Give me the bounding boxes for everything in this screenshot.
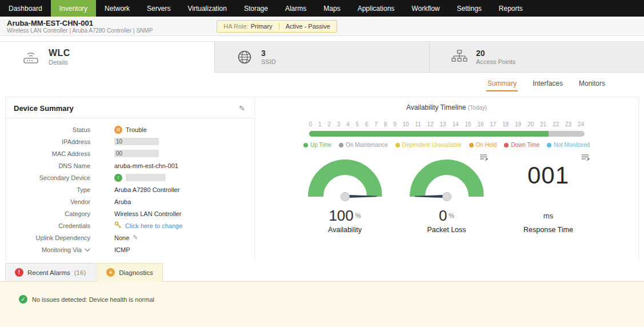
nav-item-alarms[interactable]: Alarms — [277, 0, 315, 17]
vendor-value: Aruba — [114, 198, 131, 205]
row-label: Monitoring Via — [42, 246, 82, 253]
timeline-bar — [309, 131, 585, 137]
row-label: Credentials — [6, 222, 90, 229]
device-summary-title: Device Summary — [14, 104, 74, 113]
top-nav: DashboardInventoryNetworkServersVirtuali… — [0, 0, 644, 17]
summary-row-ipaddress: IPAddress 10 — [6, 135, 254, 147]
summary-row-uplink-dependency: Uplink Dependency None ✎ — [6, 232, 254, 244]
nav-item-settings[interactable]: Settings — [448, 0, 490, 17]
row-label: Type — [6, 186, 90, 193]
tab-summary[interactable]: Summary — [486, 76, 518, 91]
legend-item-down-time: Down Time — [504, 142, 539, 148]
availability-label: Availability — [328, 226, 362, 234]
timeline-hour-label: 8 — [384, 121, 387, 127]
response-time-widget: 001 ms Response Time — [505, 159, 592, 234]
ssid-label: SSID — [261, 58, 276, 65]
legend-item-not-monitored: Not Monitored — [547, 142, 590, 148]
tab-monitors[interactable]: Monitors — [578, 76, 606, 91]
timeline-hours: 0123456789101112131415161718192021222324 — [309, 121, 585, 127]
access-points-topology-icon — [451, 50, 467, 64]
nav-item-servers[interactable]: Servers — [138, 0, 179, 17]
packet-loss-label: Packet Loss — [427, 226, 466, 234]
tab-card-ssid[interactable]: 3 SSID — [215, 42, 430, 73]
nav-item-maps[interactable]: Maps — [315, 0, 349, 17]
availability-unit: % — [355, 212, 361, 219]
check-icon: ✓ — [19, 295, 27, 304]
nav-item-network[interactable]: Network — [96, 0, 138, 17]
availability-value: 100 — [329, 207, 353, 225]
edit-uplink-icon[interactable]: ✎ — [133, 234, 138, 241]
tab-diagnostics[interactable]: + Diagnostics — [97, 263, 162, 282]
ha-mode-segment: Active - Passive — [279, 23, 337, 30]
legend-label: Not Monitored — [554, 142, 590, 148]
availability-panel: Availability Timeline (Today) 0123456789… — [255, 97, 638, 260]
diagnostics-message-text: No issues detected: Device health is nor… — [32, 296, 154, 303]
row-label: Category — [6, 210, 90, 217]
timeline-hour-label: 9 — [393, 121, 397, 127]
timeline-hour-label: 5 — [355, 121, 359, 127]
nav-item-virtualization[interactable]: Virtualization — [179, 0, 235, 17]
chevron-down-icon[interactable] — [85, 246, 90, 253]
tab-recent-alarms[interactable]: ! Recent Alarms (16) — [5, 263, 95, 281]
legend-item-on-maintenance: On Maintenance — [339, 142, 387, 148]
legend-label: Up Time — [310, 142, 331, 148]
timeline-legend: Up TimeOn MaintenanceDependent Unavailab… — [255, 142, 638, 148]
response-time-value: 001 — [527, 162, 569, 189]
timeline-hour-label: 7 — [374, 121, 378, 127]
availability-timeline-title: Availability Timeline (Today) — [255, 103, 638, 111]
recent-alarms-label: Recent Alarms — [27, 269, 70, 276]
wlc-card-title: WLC — [49, 48, 70, 58]
ha-role-value: Primary — [251, 23, 273, 30]
legend-label: Down Time — [511, 142, 539, 148]
device-title-block: Aruba-MM-EST-CHN-001 Wireless LAN Contro… — [7, 19, 153, 34]
alarm-icon: ! — [15, 268, 23, 277]
timeline-hour-label: 1 — [318, 121, 322, 127]
timeline-hour-label: 10 — [402, 121, 409, 127]
globe-icon — [237, 49, 253, 65]
legend-label: Dependent Unavailable — [402, 142, 462, 148]
timeline-hour-label: 14 — [452, 121, 458, 127]
timeline-uptime-segment — [309, 131, 549, 137]
nav-item-inventory[interactable]: Inventory — [51, 0, 96, 17]
timeline-hour-label: 16 — [477, 121, 483, 127]
summary-row-credentials: Credentials Click here to change — [6, 220, 254, 232]
tab-card-wlc-details[interactable]: WLC Details — [0, 42, 215, 73]
timeline-hour-label: 20 — [527, 121, 534, 127]
ha-role-segment: HA Role: Primary — [217, 23, 278, 30]
tab-interfaces[interactable]: Interfaces — [531, 76, 564, 91]
nav-item-reports[interactable]: Reports — [490, 0, 531, 17]
summary-row-type: Type Aruba A7280 Controller — [6, 184, 254, 196]
summary-subtabs: Summary Interfaces Monitors — [0, 73, 644, 91]
dns-name-value: aruba-mm-est-chn-001 — [114, 162, 178, 169]
row-label: DNS Name — [6, 162, 90, 169]
row-label: IPAddress — [6, 138, 90, 145]
legend-label: On Maintenance — [346, 142, 387, 148]
nav-item-applications[interactable]: Applications — [349, 0, 403, 17]
wlc-card-subtitle: Details — [49, 59, 70, 66]
nav-item-storage[interactable]: Storage — [235, 0, 277, 17]
legend-dot-icon — [504, 143, 509, 147]
timeline-hour-label: 17 — [490, 121, 496, 127]
diagnostics-icon: + — [106, 268, 115, 277]
ha-mode-value: Active - Passive — [286, 23, 330, 30]
packet-loss-gauge — [410, 159, 484, 197]
uplink-dependency-value: None — [114, 234, 129, 241]
category-value: Wireless LAN Controller — [114, 210, 181, 217]
response-time-unit: ms — [543, 212, 553, 220]
device-summary-panel: Device Summary ✎ Status !! Trouble IPAdd… — [6, 97, 255, 260]
legend-dot-icon — [339, 143, 343, 147]
legend-item-dependent-unavailable: Dependent Unavailable — [395, 142, 462, 148]
masked-secondary-device-value — [126, 174, 166, 181]
timeline-hour-label: 19 — [515, 121, 521, 127]
timeline-hour-label: 18 — [502, 121, 509, 127]
key-icon — [114, 221, 122, 230]
legend-dot-icon — [547, 143, 551, 147]
nav-item-dashboard[interactable]: Dashboard — [0, 0, 51, 17]
nav-item-workflow[interactable]: Workflow — [403, 0, 448, 17]
response-time-export-icon[interactable] — [581, 154, 590, 163]
change-credentials-link[interactable]: Click here to change — [125, 222, 182, 229]
masked-ip-value: 10 — [114, 138, 159, 145]
tab-card-access-points[interactable]: 20 Access Points — [430, 42, 644, 73]
bottom-tabs: ! Recent Alarms (16) + Diagnostics — [0, 260, 644, 281]
edit-summary-icon[interactable]: ✎ — [239, 104, 245, 113]
